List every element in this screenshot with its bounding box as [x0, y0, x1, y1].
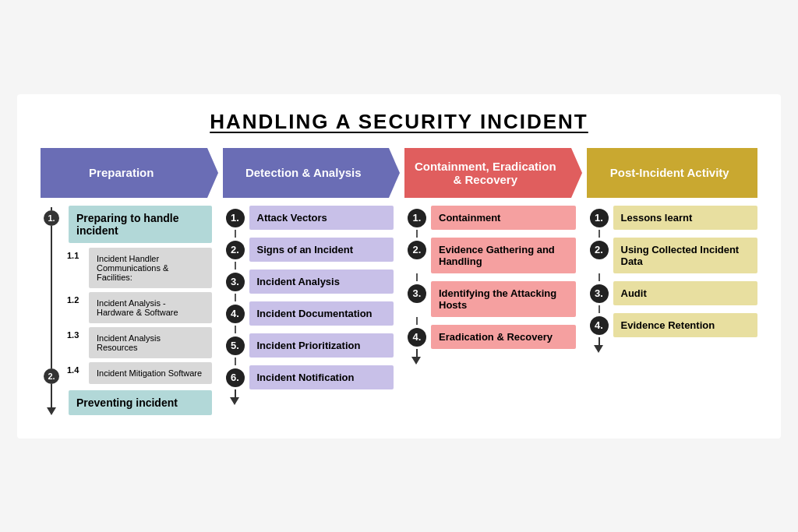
- detection-column: Detection & Analysis 1. Attack Vectors 2…: [223, 148, 394, 415]
- page-title: HANDLING A SECURITY INCIDENT: [41, 110, 757, 134]
- contain-num-1: 1.: [408, 209, 426, 227]
- post-num-2: 2.: [590, 241, 609, 259]
- prep-vline-2: [51, 384, 52, 407]
- post-item-4-box: Evidence Retention: [613, 313, 758, 337]
- post-dash-1: [598, 230, 758, 238]
- detect-item-5-wrap: 5. Incident Prioritization: [226, 333, 394, 365]
- detect-num-5: 5.: [226, 336, 245, 355]
- contain-item-3-wrap: 3. Identifying the Attacking Hosts: [408, 281, 576, 325]
- contain-item-2: 2. Evidence Gathering and Handling: [408, 238, 576, 273]
- detect-item-3: 3. Incident Analysis: [226, 270, 394, 294]
- detect-num-6: 6.: [226, 368, 245, 387]
- containment-items: 1. Containment 2. Evidence Gathering and…: [404, 206, 576, 365]
- contain-item-4-box: Eradication & Recovery: [431, 325, 576, 349]
- columns-wrapper: Preparation 1. 2.: [41, 148, 757, 415]
- detect-item-3-wrap: 3. Incident Analysis: [226, 270, 394, 301]
- postincident-items: 1. Lessons learnt 2. Using Collected Inc…: [587, 206, 758, 353]
- postincident-column: Post-Incident Activity 1. Lessons learnt…: [587, 148, 758, 415]
- contain-bottom-arrow: [411, 357, 576, 365]
- detect-num-1: 1.: [226, 209, 245, 227]
- contain-item-2-wrap: 2. Evidence Gathering and Handling: [408, 238, 576, 281]
- prep-sub-1-2: 1.2 Incident Analysis - Hardware & Softw…: [67, 292, 212, 323]
- detect-item-6-wrap: 6. Incident Notification: [226, 365, 394, 405]
- detect-dash-1: [235, 230, 394, 238]
- detect-item-5: 5. Incident Prioritization: [226, 333, 394, 358]
- prep-item-2-label: Preventing incident: [69, 390, 212, 415]
- contain-dash-2: [416, 273, 576, 281]
- prep-sub-1-2-box: Incident Analysis - Hardware & Software: [89, 292, 212, 323]
- detect-item-2-wrap: 2. Signs of an Incident: [226, 238, 394, 270]
- detect-item-6-box: Incident Notification: [249, 365, 394, 389]
- prep-vline-1: [51, 226, 52, 368]
- prep-item-2: Preventing incident: [64, 390, 212, 415]
- detect-item-6: 6. Incident Notification: [226, 365, 394, 389]
- preparation-column: Preparation 1. 2.: [41, 148, 212, 415]
- detect-solid-line: [235, 389, 394, 397]
- prep-item-1: Preparing to handle incident 1.1 Inciden…: [64, 206, 212, 384]
- post-bottom-arrow: [594, 345, 758, 353]
- containment-header: Containment, Eradication & Recovery: [404, 148, 571, 198]
- detect-dash-2: [235, 262, 394, 270]
- prep-num-1: 1.: [44, 210, 59, 226]
- prep-sub-1-3-box: Incident Analysis Resources: [89, 327, 212, 358]
- prep-arrow-down: [47, 407, 56, 415]
- contain-num-2: 2.: [408, 241, 426, 259]
- detection-header-arrow: [389, 148, 400, 198]
- contain-num-4: 4.: [408, 328, 426, 347]
- preparation-header: Preparation: [41, 148, 207, 198]
- detect-num-4: 4.: [226, 305, 245, 323]
- detect-dash-5: [235, 358, 394, 365]
- prep-sub-1-4-box: Incident Mitigation Software: [89, 362, 212, 384]
- prep-sub-1-3: 1.3 Incident Analysis Resources: [67, 327, 212, 358]
- prep-num-2: 2.: [44, 368, 59, 384]
- containment-header-arrow: [571, 148, 582, 198]
- post-dash-2: [598, 273, 758, 281]
- contain-item-2-box: Evidence Gathering and Handling: [431, 238, 576, 273]
- post-item-3-wrap: 3. Audit: [590, 281, 758, 313]
- detect-dash-4: [235, 326, 394, 333]
- detect-num-2: 2.: [226, 241, 245, 259]
- post-num-1: 1.: [590, 209, 609, 227]
- contain-item-4-wrap: 4. Eradication & Recovery: [408, 325, 576, 365]
- post-item-1-wrap: 1. Lessons learnt: [590, 206, 758, 238]
- detect-item-2-box: Signs of an Incident: [249, 238, 394, 262]
- detect-item-4: 4. Incident Documentation: [226, 301, 394, 326]
- detect-item-4-box: Incident Documentation: [249, 301, 394, 326]
- contain-dash-3: [416, 317, 576, 325]
- detect-item-2: 2. Signs of an Incident: [226, 238, 394, 262]
- post-num-4: 4.: [590, 316, 609, 335]
- detect-item-5-box: Incident Prioritization: [249, 333, 394, 358]
- prep-item-1-label: Preparing to handle incident: [69, 206, 212, 243]
- post-item-1-box: Lessons learnt: [613, 206, 758, 230]
- contain-item-1-wrap: 1. Containment: [408, 206, 576, 238]
- post-item-4: 4. Evidence Retention: [590, 313, 758, 337]
- contain-item-1-box: Containment: [431, 206, 576, 230]
- contain-item-3-box: Identifying the Attacking Hosts: [431, 281, 576, 317]
- detect-dash-3: [235, 294, 394, 301]
- detect-num-3: 3.: [226, 273, 245, 291]
- contain-dash-1: [416, 230, 576, 238]
- main-container: HANDLING A SECURITY INCIDENT Preparation…: [17, 94, 781, 439]
- prep-sub-1-4: 1.4 Incident Mitigation Software: [67, 362, 212, 384]
- post-item-2-wrap: 2. Using Collected Incident Data: [590, 238, 758, 281]
- detect-item-1-wrap: 1. Attack Vectors: [226, 206, 394, 238]
- contain-item-4: 4. Eradication & Recovery: [408, 325, 576, 349]
- detection-items: 1. Attack Vectors 2. Signs of an Inciden…: [223, 206, 394, 405]
- contain-solid-line: [416, 349, 576, 357]
- detect-item-4-wrap: 4. Incident Documentation: [226, 301, 394, 333]
- containment-column: Containment, Eradication & Recovery 1. C…: [404, 148, 576, 415]
- post-item-3-box: Audit: [613, 281, 758, 305]
- detect-bottom-arrow: [230, 397, 394, 405]
- post-dash-3: [598, 305, 758, 313]
- post-item-4-wrap: 4. Evidence Retention: [590, 313, 758, 353]
- prep-sub-1-1: 1.1 Incident Handler Communications & Fa…: [67, 248, 212, 288]
- detect-item-1-box: Attack Vectors: [249, 206, 394, 230]
- post-item-3: 3. Audit: [590, 281, 758, 305]
- postincident-header: Post-Incident Activity: [587, 148, 758, 198]
- detect-item-1: 1. Attack Vectors: [226, 206, 394, 230]
- prep-sub-1-1-box: Incident Handler Communications & Facili…: [89, 248, 212, 288]
- post-num-3: 3.: [590, 284, 609, 303]
- contain-item-3: 3. Identifying the Attacking Hosts: [408, 281, 576, 317]
- preparation-header-arrow: [207, 148, 218, 198]
- detect-item-3-box: Incident Analysis: [249, 270, 394, 294]
